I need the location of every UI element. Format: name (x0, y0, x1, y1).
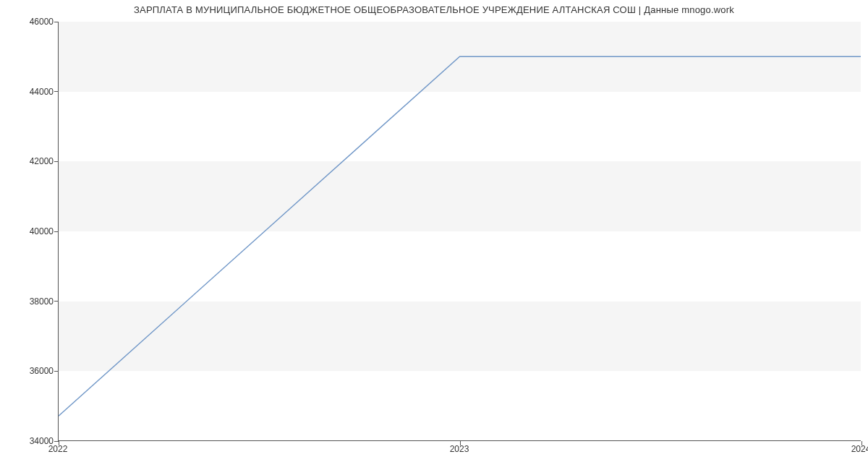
y-tick-label: 44000 (30, 87, 54, 97)
y-tick (54, 91, 59, 92)
y-tick (54, 161, 59, 162)
y-tick (54, 301, 59, 302)
y-tick-label: 38000 (30, 296, 54, 307)
y-tick (54, 22, 59, 22)
data-line (59, 56, 861, 416)
line-series (59, 22, 861, 440)
x-tick-label: 2023 (450, 444, 469, 454)
y-tick-label: 36000 (30, 366, 54, 376)
y-tick (54, 231, 59, 232)
chart-title: ЗАРПЛАТА В МУНИЦИПАЛЬНОЕ БЮДЖЕТНОЕ ОБЩЕО… (0, 4, 868, 15)
y-tick-label: 46000 (30, 17, 54, 27)
x-tick-label: 2022 (48, 444, 68, 454)
y-tick-label: 40000 (30, 226, 54, 236)
x-tick-label: 2024 (851, 444, 868, 454)
y-tick-label: 42000 (30, 156, 54, 166)
salary-chart: ЗАРПЛАТА В МУНИЦИПАЛЬНОЕ БЮДЖЕТНОЕ ОБЩЕО… (0, 0, 868, 470)
plot-area (58, 22, 861, 441)
y-tick (54, 371, 59, 372)
